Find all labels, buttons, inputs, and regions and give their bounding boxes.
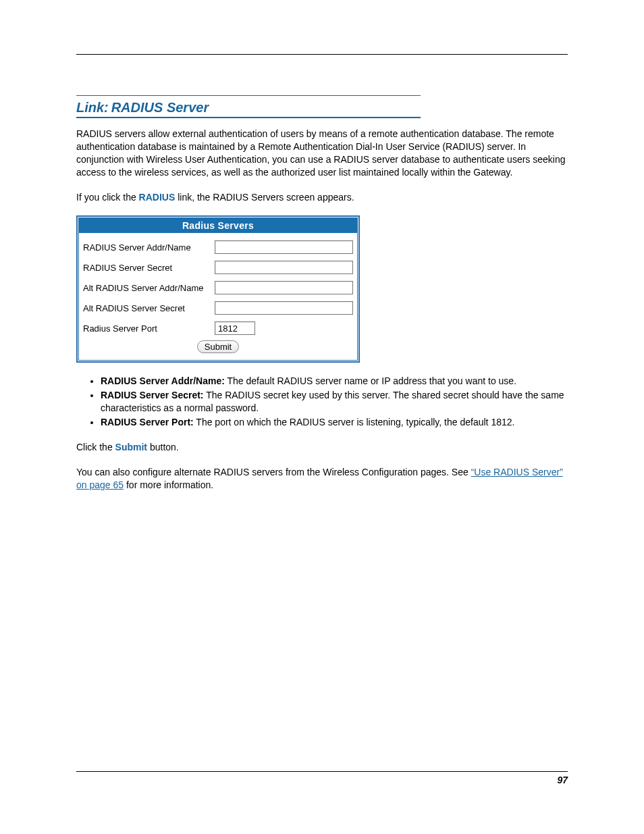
bullet-term: RADIUS Server Secret: (101, 390, 204, 400)
alt-pre: You can also configure alternate RADIUS … (76, 467, 471, 477)
list-item: RADIUS Server Secret: The RADIUS secret … (101, 389, 568, 415)
section-heading: Link: RADIUS Server (76, 95, 568, 118)
alt-radius-server-secret-input[interactable] (215, 301, 353, 315)
page-number: 97 (557, 775, 568, 785)
radius-server-secret-input[interactable] (215, 261, 353, 274)
click-instruction: If you click the RADIUS link, the RADIUS… (76, 191, 568, 204)
heading-title: RADIUS Server (111, 100, 209, 115)
submit-instruction: Click the Submit button. (76, 441, 568, 454)
submit-button[interactable]: Submit (197, 340, 239, 353)
heading-overline (76, 95, 421, 96)
page: Link: RADIUS Server RADIUS servers allow… (0, 0, 644, 834)
row-label: Alt RADIUS Server Secret (83, 303, 215, 313)
row-label: Radius Server Port (83, 323, 215, 334)
alt-config-paragraph: You can also configure alternate RADIUS … (76, 466, 568, 492)
bullet-desc: The port on which the RADIUS server is l… (194, 417, 515, 427)
click-post: link, the RADIUS Servers screen appears. (175, 192, 354, 203)
intro-paragraph: RADIUS servers allow external authentica… (76, 128, 568, 179)
table-row: Alt RADIUS Server Addr/Name (83, 278, 353, 298)
heading-title-text: RADIUS Server (111, 100, 209, 115)
list-item: RADIUS Server Addr/Name: The default RAD… (101, 375, 568, 388)
table-row: Alt RADIUS Server Secret (83, 298, 353, 318)
table-row: RADIUS Server Addr/Name (83, 237, 353, 257)
radius-server-addr-input[interactable] (215, 240, 353, 254)
click-pre: If you click the (76, 192, 139, 203)
page-footer: 97 (76, 771, 568, 785)
row-label: Alt RADIUS Server Addr/Name (83, 283, 215, 293)
heading-underline (76, 117, 421, 118)
field-descriptions: RADIUS Server Addr/Name: The default RAD… (76, 375, 568, 429)
row-label: RADIUS Server Addr/Name (83, 242, 215, 253)
alt-post: for more information. (124, 479, 213, 490)
submit-link[interactable]: Submit (115, 442, 147, 452)
submit-post: button. (147, 442, 179, 452)
radius-link[interactable]: RADIUS (139, 192, 176, 203)
table-row: RADIUS Server Secret (83, 257, 353, 278)
table-body: RADIUS Server Addr/Name RADIUS Server Se… (79, 233, 357, 360)
bullet-term: RADIUS Server Addr/Name: (101, 375, 225, 386)
top-rule (76, 54, 568, 55)
heading-prefix: Link: (76, 100, 109, 115)
radius-servers-table: Radius Servers RADIUS Server Addr/Name R… (76, 215, 360, 363)
radius-server-port-input[interactable] (215, 321, 255, 335)
alt-radius-server-addr-input[interactable] (215, 281, 353, 294)
radius-servers-table-inner: Radius Servers RADIUS Server Addr/Name R… (78, 217, 358, 361)
list-item: RADIUS Server Port: The port on which th… (101, 416, 568, 429)
bullet-desc: The default RADIUS server name or IP add… (225, 375, 516, 386)
row-label: RADIUS Server Secret (83, 263, 215, 273)
table-row: Radius Server Port (83, 318, 353, 338)
submit-row: Submit (83, 338, 353, 353)
table-header: Radius Servers (79, 218, 357, 233)
bullet-term: RADIUS Server Port: (101, 417, 194, 427)
submit-pre: Click the (76, 442, 115, 452)
